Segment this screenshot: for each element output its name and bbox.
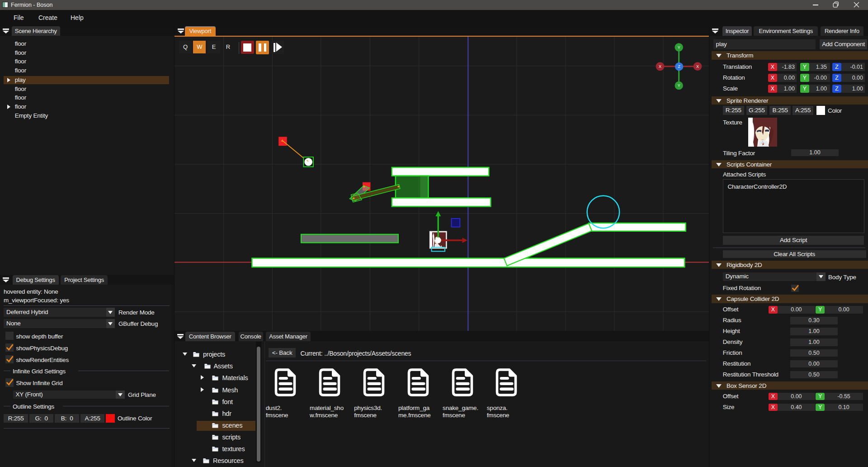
svg-text:Y: Y: [677, 83, 680, 88]
svg-text:X: X: [659, 64, 661, 69]
svg-text:Y: Y: [677, 45, 680, 50]
svg-text:Z: Z: [678, 64, 680, 69]
svg-text:X: X: [696, 64, 699, 69]
